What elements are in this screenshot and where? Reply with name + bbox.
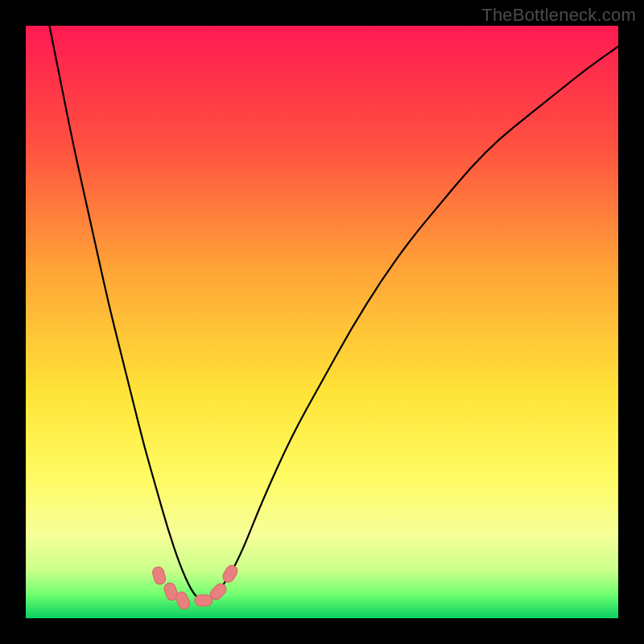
marker-3 <box>195 595 213 606</box>
watermark-text: TheBottleneck.com <box>481 5 636 26</box>
chart-frame: TheBottleneck.com <box>0 0 644 644</box>
plot-area <box>26 26 618 618</box>
chart-svg <box>26 26 618 618</box>
